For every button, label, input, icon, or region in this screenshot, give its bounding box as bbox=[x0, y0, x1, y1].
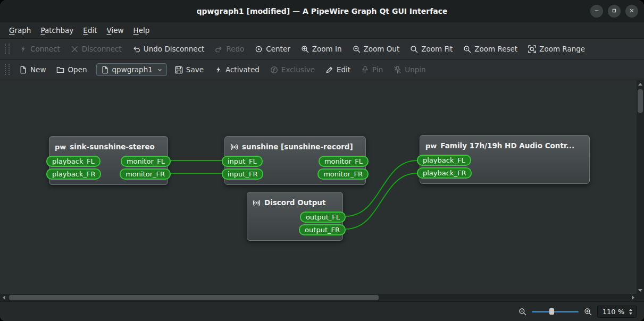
zoom-out-icon bbox=[353, 45, 361, 53]
port-output_FL[interactable]: output_FL bbox=[300, 212, 346, 223]
port-playback_FL[interactable]: playback_FL bbox=[46, 156, 101, 167]
unpin-button-label: Unpin bbox=[405, 65, 425, 74]
node-header: pwsink-sunshine-stereo bbox=[49, 140, 168, 154]
node-title: Discord Output bbox=[264, 198, 325, 207]
zoom-in-button[interactable]: Zoom In bbox=[296, 42, 347, 56]
node-sink-sunshine-stereo[interactable]: pwsink-sunshine-stereoplayback_FLmonitor… bbox=[49, 136, 168, 185]
titlebar[interactable]: qpwgraph1 [modified] — A PipeWire Graph … bbox=[0, 0, 644, 22]
zoom-spinbox[interactable]: 110 % bbox=[597, 306, 637, 318]
new-button[interactable]: New bbox=[14, 63, 51, 77]
audio-node-icon bbox=[253, 199, 261, 207]
menu-graph[interactable]: Graph bbox=[4, 24, 36, 37]
zoom-out-icon[interactable] bbox=[518, 308, 526, 316]
zoom-decrement-button[interactable] bbox=[629, 312, 632, 315]
port-input_FR[interactable]: input_FR bbox=[222, 168, 263, 180]
maximize-button[interactable] bbox=[608, 5, 621, 18]
node-header: pwFamily 17h/19h HD Audio Contr... bbox=[420, 139, 589, 153]
pin-button: Pin bbox=[356, 63, 388, 77]
vertical-scrollbar[interactable] bbox=[637, 80, 644, 294]
minimize-button[interactable] bbox=[590, 5, 603, 18]
scroll-down-button[interactable] bbox=[637, 286, 644, 294]
connect-button-label: Connect bbox=[30, 45, 60, 53]
zoom-spin-arrows bbox=[628, 308, 633, 315]
app-window: qpwgraph1 [modified] — A PipeWire Graph … bbox=[0, 0, 644, 321]
save-icon bbox=[175, 66, 183, 74]
open-button-label: Open bbox=[68, 65, 87, 74]
horizontal-scrollbar[interactable] bbox=[0, 294, 637, 301]
toolbar-patchbay: NewOpenqpwgraph1SaveActivatedExclusiveEd… bbox=[0, 59, 644, 80]
menu-patchbay[interactable]: Patchbay bbox=[36, 24, 78, 37]
activated-toggle[interactable]: Activated bbox=[210, 63, 264, 77]
save-button[interactable]: Save bbox=[170, 63, 208, 77]
port-playback_FL[interactable]: playback_FL bbox=[417, 155, 471, 166]
connect-button: Connect bbox=[14, 42, 65, 56]
scroll-up-button[interactable] bbox=[637, 80, 644, 88]
node-title: sunshine [sunshine-record] bbox=[242, 142, 353, 151]
new-button-label: New bbox=[30, 65, 46, 74]
center-button[interactable]: Center bbox=[250, 42, 295, 56]
save-button-label: Save bbox=[186, 65, 204, 74]
toolbar-handle[interactable] bbox=[5, 64, 10, 75]
horizontal-scroll-track[interactable] bbox=[7, 294, 629, 301]
open-button[interactable]: Open bbox=[52, 63, 91, 77]
toolbar-handle[interactable] bbox=[5, 44, 10, 54]
vertical-scroll-track[interactable] bbox=[637, 88, 644, 286]
pin-icon bbox=[361, 66, 369, 74]
zoom-fit-icon bbox=[410, 45, 418, 53]
port-monitor_FR[interactable]: monitor_FR bbox=[317, 168, 369, 180]
center-button-label: Center bbox=[266, 45, 290, 53]
node-header: Discord Output bbox=[247, 196, 342, 209]
minimize-icon bbox=[593, 7, 600, 15]
zoom-increment-button[interactable] bbox=[629, 309, 632, 311]
exclusive-toggle: Exclusive bbox=[265, 63, 320, 77]
port-output_FR[interactable]: output_FR bbox=[299, 224, 346, 235]
zoom-slider[interactable] bbox=[532, 308, 579, 315]
pipewire-icon: pw bbox=[55, 143, 66, 151]
center-icon bbox=[255, 45, 263, 53]
node-title: Family 17h/19h HD Audio Contr... bbox=[440, 141, 574, 150]
pin-button-label: Pin bbox=[372, 65, 383, 74]
zoom-reset-button-label: Zoom Reset bbox=[474, 45, 517, 53]
port-monitor_FR[interactable]: monitor_FR bbox=[120, 168, 171, 180]
port-input_FL[interactable]: input_FL bbox=[222, 156, 263, 167]
edit-toggle[interactable]: Edit bbox=[321, 63, 355, 77]
port-playback_FR[interactable]: playback_FR bbox=[417, 167, 472, 179]
zoom-reset-icon bbox=[463, 45, 471, 53]
statusbar: 110 % bbox=[0, 301, 644, 321]
toolbar-graph: ConnectDisconnectUndo DisconnectRedoCent… bbox=[0, 38, 644, 59]
port-monitor_FL[interactable]: monitor_FL bbox=[121, 156, 171, 167]
zoom-out-button[interactable]: Zoom Out bbox=[348, 42, 405, 56]
horizontal-scroll-thumb[interactable] bbox=[9, 295, 379, 300]
exclusive-toggle-label: Exclusive bbox=[281, 65, 315, 74]
menu-help[interactable]: Help bbox=[129, 24, 155, 37]
port-playback_FR[interactable]: playback_FR bbox=[46, 168, 101, 180]
close-button[interactable] bbox=[625, 5, 638, 18]
zoom-range-button[interactable]: Zoom Range bbox=[523, 42, 590, 56]
undo-disconnect-button[interactable]: Undo Disconnect bbox=[128, 42, 210, 56]
zoom-value: 110 % bbox=[603, 308, 624, 316]
redo-button: Redo bbox=[210, 42, 249, 56]
patchbay-selector-combo[interactable]: qpwgraph1 bbox=[96, 63, 167, 76]
scrollbar-corner bbox=[637, 294, 644, 301]
node-discord-output[interactable]: Discord Outputoutput_FLoutput_FR bbox=[247, 192, 343, 241]
canvas[interactable]: pwsink-sunshine-stereoplayback_FLmonitor… bbox=[0, 80, 637, 294]
unpin-icon bbox=[394, 66, 402, 74]
zoom-slider-handle[interactable] bbox=[549, 308, 554, 315]
node-family-hd-audio[interactable]: pwFamily 17h/19h HD Audio Contr...playba… bbox=[420, 135, 590, 184]
scroll-right-button[interactable] bbox=[629, 294, 637, 301]
menu-edit[interactable]: Edit bbox=[78, 24, 102, 37]
menu-view[interactable]: View bbox=[102, 24, 129, 37]
scroll-left-button[interactable] bbox=[0, 294, 7, 301]
pipewire-icon: pw bbox=[425, 142, 437, 150]
node-sunshine[interactable]: sunshine [sunshine-record]input_FLmonito… bbox=[224, 136, 366, 185]
zoom-fit-button[interactable]: Zoom Fit bbox=[405, 42, 457, 56]
zoom-range-icon bbox=[528, 45, 536, 53]
vertical-scroll-thumb[interactable] bbox=[638, 89, 643, 113]
zoom-reset-button[interactable]: Zoom Reset bbox=[458, 42, 522, 56]
zoom-in-icon[interactable] bbox=[584, 308, 592, 316]
close-icon bbox=[629, 7, 635, 15]
zoom-out-button-label: Zoom Out bbox=[364, 45, 400, 53]
disconnect-icon bbox=[71, 45, 79, 53]
port-monitor_FL[interactable]: monitor_FL bbox=[319, 156, 369, 167]
undo-icon bbox=[132, 45, 140, 53]
